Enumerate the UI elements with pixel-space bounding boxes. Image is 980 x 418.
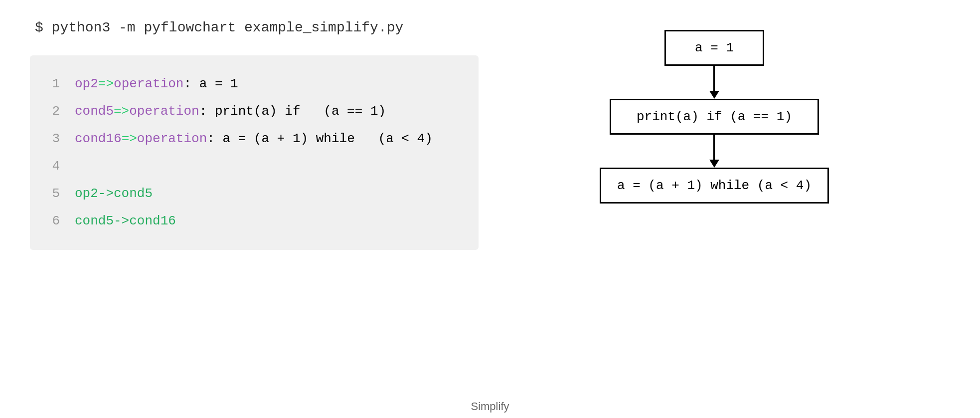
arrow-head [709, 91, 719, 99]
line-content-2: cond5=>operation: print(a) if (a == 1) [75, 102, 464, 121]
line-content-6: cond5->cond16 [75, 211, 464, 231]
line-number-3: 3 [30, 129, 60, 149]
flowchart-box-2-label: print(a) if (a == 1) [637, 109, 792, 124]
code-plain: : a = 1 [183, 76, 238, 91]
arrow-head [709, 160, 719, 168]
code-keyword: op2 [75, 76, 98, 91]
code-block: 1 op2=>operation: a = 1 2 cond5=>operati… [30, 55, 479, 250]
line-number-6: 6 [30, 211, 60, 231]
code-line-2: 2 cond5=>operation: print(a) if (a == 1) [30, 98, 479, 125]
flowchart: a = 1 print(a) if (a == 1) a = (a + 1) w… [600, 30, 829, 204]
code-keyword: cond16 [75, 131, 122, 146]
flowchart-box-3: a = (a + 1) while (a < 4) [600, 168, 829, 204]
arrow-line [713, 66, 715, 91]
flowchart-arrow-2 [709, 135, 719, 168]
footer-label: Simplify [471, 400, 509, 413]
arrow-line [713, 135, 715, 160]
code-plain: : print(a) if (a == 1) [199, 104, 386, 119]
flowchart-box-2: print(a) if (a == 1) [610, 99, 819, 135]
footer: Simplify [0, 395, 980, 418]
terminal-command-text: $ python3 -m pyflowchart example_simplif… [35, 20, 403, 35]
line-number-4: 4 [30, 157, 60, 176]
line-number-2: 2 [30, 102, 60, 121]
code-green: cond5->cond16 [75, 213, 176, 228]
code-arrow: => [98, 76, 114, 91]
left-panel: $ python3 -m pyflowchart example_simplif… [30, 20, 479, 385]
code-keyword: cond5 [75, 104, 114, 119]
flowchart-box-3-label: a = (a + 1) while (a < 4) [617, 178, 812, 193]
flowchart-box-1-label: a = 1 [695, 40, 734, 55]
line-content-4 [75, 157, 464, 176]
flowchart-box-1: a = 1 [664, 30, 764, 66]
line-content-5: op2->cond5 [75, 184, 464, 204]
code-line-5: 5 op2->cond5 [30, 180, 479, 208]
line-number-1: 1 [30, 74, 60, 94]
code-green: op2->cond5 [75, 186, 153, 201]
code-keyword: operation [137, 131, 207, 146]
code-plain: : a = (a + 1) while (a < 4) [207, 131, 432, 146]
code-line-3: 3 cond16=>operation: a = (a + 1) while (… [30, 125, 479, 153]
line-content-1: op2=>operation: a = 1 [75, 74, 464, 94]
code-arrow: => [114, 104, 129, 119]
line-number-5: 5 [30, 184, 60, 204]
code-arrow: => [122, 131, 137, 146]
code-line-1: 1 op2=>operation: a = 1 [30, 70, 479, 98]
right-panel: a = 1 print(a) if (a == 1) a = (a + 1) w… [479, 20, 950, 385]
terminal-command: $ python3 -m pyflowchart example_simplif… [30, 20, 479, 35]
code-keyword: operation [114, 76, 183, 91]
line-content-3: cond16=>operation: a = (a + 1) while (a … [75, 129, 464, 149]
code-line-6: 6 cond5->cond16 [30, 208, 479, 235]
code-line-4: 4 [30, 153, 479, 180]
code-keyword: operation [129, 104, 199, 119]
flowchart-arrow-1 [709, 66, 719, 99]
